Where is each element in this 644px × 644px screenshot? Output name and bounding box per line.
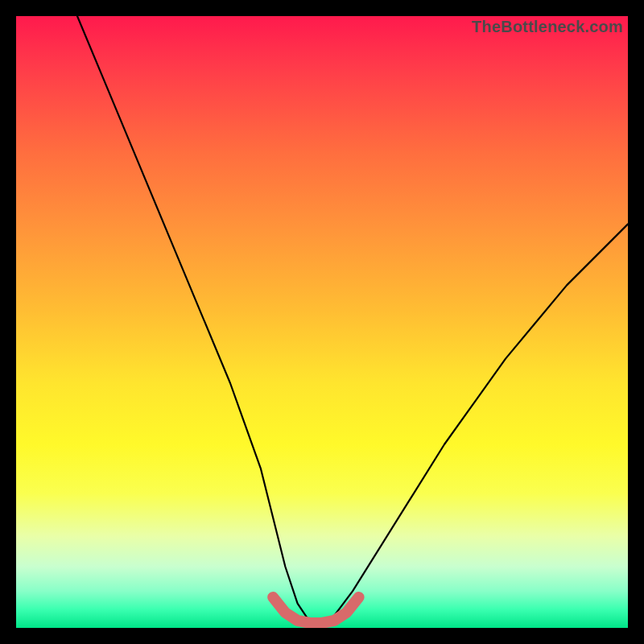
plot-area: TheBottleneck.com — [16, 16, 628, 628]
bottleneck-curve-path — [77, 16, 628, 621]
chart-frame: TheBottleneck.com — [0, 0, 644, 644]
curve-layer — [16, 16, 628, 628]
